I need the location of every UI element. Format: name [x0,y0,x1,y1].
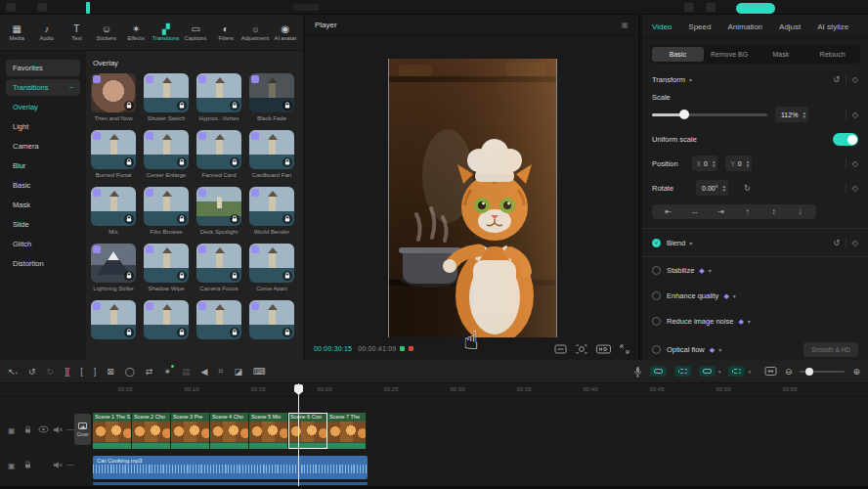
collapse-icon[interactable]: − [69,84,73,91]
rotate-dial-icon[interactable]: ↻ [744,184,751,193]
transition-item[interactable]: Burned Portal [91,130,136,179]
redo-icon[interactable]: ↻ [47,367,55,377]
mute-clip-icon[interactable]: ◀ [200,367,207,377]
track-options-icon[interactable]: — [66,460,74,468]
transition-item[interactable]: Lightning Strike [91,244,136,292]
settings-icon[interactable] [706,3,716,12]
shortcuts-icon[interactable]: ⌨ [253,367,266,377]
undo-icon[interactable]: ↺ [28,367,36,377]
asset-toolbar-tab[interactable]: ▦ Media [2,23,32,41]
chevron-down-icon[interactable]: ▾ [748,318,751,325]
transition-thumbnail[interactable] [249,73,294,112]
preview-axis-icon[interactable] [728,366,745,377]
transition-item[interactable]: Center Enlarge [144,130,189,179]
video-clip[interactable]: Scene 2 Cho [132,413,171,449]
video-clip[interactable]: Scene 6 Coo [288,413,327,449]
align-icon[interactable]: ↑ [736,207,759,216]
video-clip[interactable]: Scene 3 Pre [171,413,210,449]
chevron-down-icon[interactable]: ▾ [709,267,712,274]
inspector-tab[interactable]: Adjust [779,22,801,31]
align-icon[interactable]: ↕ [762,207,785,216]
timeline-ruler[interactable]: 00:05 00:10 00:15 00:20 00:25 00:30 00:3… [0,383,868,397]
keyframe-icon[interactable]: ◇ [852,159,858,168]
chevron-down-icon[interactable]: ▾ [748,369,751,375]
minimize-icon[interactable] [684,3,694,12]
sidebar-category-item[interactable]: Glitch [6,236,80,252]
transition-item[interactable]: Film Browse [144,187,189,236]
player-layout-icon[interactable]: ▣ [621,21,629,29]
video-clip[interactable]: Scene 1 The S [93,413,132,449]
inspector-subtab[interactable]: Mask [756,47,807,62]
transition-thumbnail[interactable] [196,244,241,283]
fit-timeline-icon[interactable] [764,366,777,377]
sidebar-category-item[interactable]: Mask [6,197,80,213]
video-clip[interactable]: Scene 5 Mix [249,413,288,449]
inspector-tab[interactable]: Speed [688,22,711,31]
asset-toolbar-tab[interactable]: ▞ Transitions [152,23,182,41]
inspector-tab[interactable]: AI stylize [817,22,848,31]
reverse-icon[interactable]: ⇄ [146,367,153,377]
video-clip[interactable]: Scene 4 Cho [210,413,249,449]
hide-track-eye-icon[interactable] [38,425,49,433]
scale-slider-knob[interactable] [679,110,689,119]
transition-thumbnail[interactable] [144,300,189,339]
chevron-down-icon[interactable]: ▾ [718,369,721,375]
layers-icon[interactable]: ▤ [182,367,191,377]
inspector-tab[interactable]: Video [652,22,672,31]
position-y-box[interactable]: Y 0 ▴▾ [725,156,752,171]
reset-icon[interactable]: ↺ [833,239,840,247]
transition-item[interactable]: Come Apart [249,244,294,292]
menu-icon[interactable] [6,3,16,12]
freeze-frame-icon[interactable]: ◯ [125,367,135,377]
transition-item[interactable]: Mix [91,187,136,236]
stepper-down-icon[interactable]: ▾ [747,163,750,167]
reset-icon[interactable]: ↺ [833,75,840,84]
transition-thumbnail[interactable] [91,187,136,226]
stepper-down-icon[interactable]: ▾ [803,114,805,118]
transition-item[interactable] [144,300,189,349]
transition-item[interactable] [91,300,136,349]
delete-icon[interactable]: ⊠ [107,367,114,377]
video-clip[interactable]: Scene 7 The [327,413,367,449]
transition-thumbnail[interactable] [249,130,294,169]
asset-toolbar-tab[interactable]: ◉ AI avatar [271,23,301,41]
lock-track-icon[interactable] [23,461,32,469]
transition-thumbnail[interactable] [249,187,294,226]
align-icon[interactable]: ⇥ [710,207,732,216]
auto-snap-icon[interactable] [674,366,691,377]
sidebar-category-item[interactable]: Basic [6,177,80,194]
inspector-subtab[interactable]: Retouch [806,47,858,62]
video-preview[interactable] [388,59,557,339]
transition-thumbnail[interactable] [196,300,241,339]
uniform-scale-toggle[interactable] [833,133,858,146]
linkage-icon[interactable] [699,366,716,377]
transition-item[interactable]: Cardboard Fan [249,130,294,179]
chevron-down-icon[interactable]: ▾ [689,240,692,246]
feature-checkbox[interactable] [652,317,661,326]
transition-thumbnail[interactable] [196,130,241,169]
extract-audio-icon[interactable]: ⌗ [218,366,223,377]
scale-slider[interactable] [652,113,767,116]
transition-thumbnail[interactable] [144,244,189,283]
select-tool-icon[interactable]: ↖▾ [8,367,18,377]
sidebar-category-item[interactable]: Blur [6,157,80,174]
zoom-in-icon[interactable]: ⊕ [852,367,860,377]
preview-focus-icon[interactable] [576,344,587,354]
scale-value-box[interactable]: 112% ▴▾ [775,107,808,122]
transition-thumbnail[interactable] [249,244,294,283]
feature-checkbox[interactable] [652,291,661,300]
keyframe-icon[interactable]: ◇ [852,239,858,247]
lock-track-icon[interactable] [23,425,32,434]
keyframe-icon[interactable]: ◇ [852,75,858,84]
inspector-tab[interactable]: Animation [727,22,762,31]
fullscreen-icon[interactable] [620,344,629,354]
sidebar-category-item[interactable]: Light [6,118,80,135]
transition-item[interactable]: Hypnot...Vortex [196,73,241,122]
inspector-subtab[interactable]: Remove BG [704,47,756,62]
blend-checkbox[interactable] [652,239,661,247]
voiceover-mic-icon[interactable] [633,366,642,378]
zoom-out-icon[interactable]: ⊖ [785,367,793,377]
transition-item[interactable]: Fanned Card [196,130,241,179]
inspector-subtab[interactable]: Basic [652,47,704,62]
sidebar-category-item[interactable]: Slide [6,216,80,233]
